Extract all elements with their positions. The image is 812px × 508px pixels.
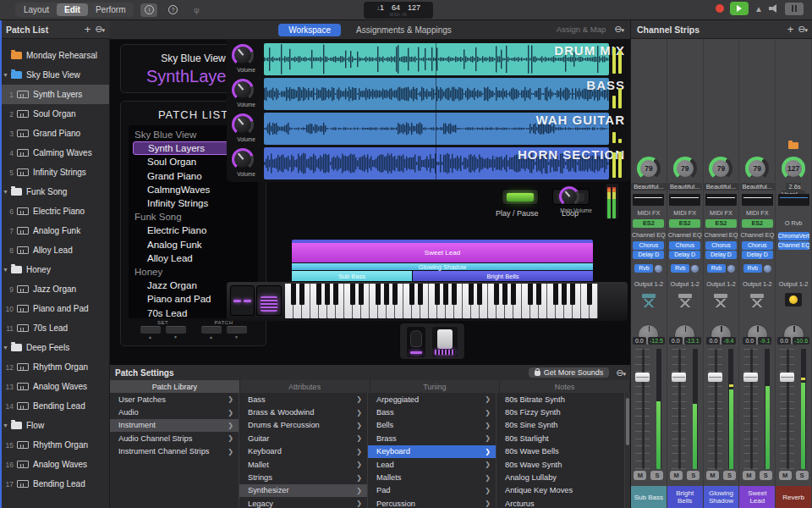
- add-patch-button[interactable]: +: [80, 25, 96, 35]
- strip-name-label[interactable]: Sub Bass: [631, 486, 667, 508]
- black-key[interactable]: [553, 284, 558, 305]
- output-slot[interactable]: Output 1-2: [667, 280, 703, 288]
- channel-eq-slot[interactable]: Channel EQ: [739, 231, 775, 239]
- gain-knob[interactable]: 127: [782, 157, 805, 180]
- assign-map-button[interactable]: Assign & Map: [557, 25, 606, 34]
- black-key[interactable]: [562, 284, 567, 305]
- library-item-80s-bitrate-synth[interactable]: 80s Bitrate Synth: [497, 393, 624, 406]
- main-volume-knob[interactable]: [559, 186, 593, 207]
- main-volume[interactable]: [559, 186, 593, 207]
- library-item-brass-woodwind[interactable]: Brass & Woodwind❯: [239, 406, 367, 418]
- mute-button[interactable]: M: [706, 471, 719, 480]
- fader-cap[interactable]: [743, 373, 758, 382]
- tab-tuning[interactable]: Tuning: [370, 380, 501, 393]
- patch-row-alloy-lead[interactable]: 8Alloy Lead: [0, 240, 109, 260]
- black-key[interactable]: [418, 284, 423, 305]
- track-volume-knob[interactable]: Volume: [232, 44, 261, 73]
- library-item-80s-wave-synth[interactable]: 80s Wave Synth: [497, 458, 624, 471]
- set-row-monday-rehearsal[interactable]: Monday Rehearsal: [0, 46, 109, 65]
- set-row-sky-blue-view[interactable]: ▼Sky Blue View: [0, 65, 109, 85]
- screen-item-electric-piano[interactable]: Electric Piano: [129, 224, 258, 237]
- fader-cap[interactable]: [780, 373, 794, 382]
- black-key[interactable]: [587, 284, 592, 305]
- metronome-icon[interactable]: ▲: [754, 4, 763, 14]
- pitch-mod-wheels[interactable]: [230, 285, 255, 316]
- tab-attributes[interactable]: Attributes: [240, 380, 370, 393]
- instrument-slot[interactable]: ES2: [742, 219, 773, 228]
- black-key[interactable]: [477, 284, 482, 305]
- patch-row-grand-piano[interactable]: 3Grand Piano: [0, 124, 109, 143]
- mode-button-edit[interactable]: Edit: [57, 3, 88, 16]
- black-key[interactable]: [409, 284, 414, 305]
- audio-fx-slot[interactable]: ChromaVerb: [778, 232, 809, 240]
- gain-knob[interactable]: 79: [709, 157, 732, 180]
- library-item-keyboard[interactable]: Keyboard❯: [239, 445, 367, 458]
- send-slot[interactable]: Rvb: [631, 264, 667, 273]
- patch-row-calming-waves[interactable]: 4Calming Waves: [0, 143, 109, 163]
- midi-fx-slot[interactable]: MIDI FX: [704, 209, 739, 217]
- instrument-slot[interactable]: ES2: [633, 219, 664, 228]
- channel-eq-slot[interactable]: Channel EQ: [631, 231, 667, 239]
- track-volume-knob-dial[interactable]: [232, 148, 254, 170]
- screen-item-alloy-lead[interactable]: Alloy Lead: [129, 251, 258, 265]
- library-item-instrument[interactable]: Instrument❯: [110, 419, 239, 432]
- info-button[interactable]: i: [140, 3, 157, 17]
- library-item-legacy[interactable]: Legacy❯: [239, 497, 367, 508]
- patch-row-jazz-organ[interactable]: 9Jazz Organ: [0, 279, 109, 299]
- sustain-pedal[interactable]: [432, 327, 458, 357]
- solo-button[interactable]: S: [687, 471, 700, 480]
- library-item-80s-fizzy-synth[interactable]: 80s Fizzy Synth: [497, 406, 624, 418]
- channel-strips-action-menu[interactable]: ⊖▾: [798, 24, 807, 35]
- eq-thumbnail[interactable]: [742, 194, 773, 206]
- tab-patch-library[interactable]: Patch Library: [110, 380, 240, 393]
- layer-glowing-shadow[interactable]: Glowing Shadow: [292, 263, 593, 270]
- library-item-percussion[interactable]: Percussion❯: [368, 497, 496, 508]
- audio-fx-slot[interactable]: Chorus: [633, 241, 664, 250]
- add-channel-strip-button[interactable]: +: [783, 25, 798, 35]
- patch-row-soul-organ[interactable]: 2Soul Organ: [0, 104, 109, 124]
- send-slot[interactable]: Rvb: [667, 264, 703, 273]
- patch-row-70s-lead[interactable]: 1170s Lead: [0, 318, 109, 338]
- strip-name-label[interactable]: Bright Bells: [667, 486, 703, 508]
- help-button[interactable]: ?: [164, 3, 181, 17]
- set-row-honey[interactable]: ▼Honey: [0, 260, 109, 279]
- library-item-bass[interactable]: Bass❯: [239, 393, 367, 406]
- library-item-user-patches[interactable]: User Patches❯: [110, 393, 239, 406]
- mute-button[interactable]: M: [634, 471, 646, 480]
- instrument-slot[interactable]: ES2: [669, 219, 700, 228]
- library-item-strings[interactable]: Strings❯: [239, 471, 367, 483]
- audio-fx-slot[interactable]: Delay D: [705, 251, 737, 259]
- channel-eq-slot[interactable]: Channel EQ: [704, 231, 739, 239]
- midi-fx-slot[interactable]: MIDI FX: [631, 209, 667, 217]
- record-button[interactable]: [716, 4, 724, 13]
- tab-notes[interactable]: Notes: [500, 380, 630, 393]
- black-key[interactable]: [494, 284, 499, 305]
- track-volume-knob-dial[interactable]: [232, 113, 254, 135]
- send-slot[interactable]: Rvb: [704, 264, 739, 273]
- library-item-80s-sine-synth[interactable]: 80s Sine Synth: [497, 419, 624, 432]
- patch-row-rhythm-organ[interactable]: 15Rhythm Organ: [0, 435, 109, 455]
- patch-row-electric-piano[interactable]: 6Electric Piano: [0, 202, 109, 221]
- mute-button[interactable]: M: [670, 471, 683, 480]
- patch-down-button[interactable]: [227, 326, 247, 334]
- patch-up-button[interactable]: [201, 326, 222, 334]
- output-slot[interactable]: Output 1-2: [704, 280, 739, 288]
- speaker-icon[interactable]: [769, 4, 779, 13]
- library-item-mallet[interactable]: Mallet❯: [239, 458, 367, 471]
- audio-fx-slot[interactable]: Chorus: [705, 241, 737, 250]
- black-key[interactable]: [570, 284, 575, 305]
- library-item-80s-wave-bells[interactable]: 80s Wave Bells: [497, 445, 624, 458]
- onscreen-keyboard[interactable]: [227, 282, 628, 321]
- library-item-pad[interactable]: Pad❯: [368, 484, 496, 497]
- black-key[interactable]: [325, 284, 330, 305]
- tab-workspace[interactable]: Workspace: [278, 24, 341, 36]
- layer-sub-bass[interactable]: Sub Bass: [292, 271, 412, 281]
- get-more-sounds-button[interactable]: Get More Sounds: [529, 367, 610, 378]
- audio-fx-slot[interactable]: Delay D: [669, 251, 700, 259]
- channel-strips-panel-toggle[interactable]: [785, 3, 804, 15]
- patch-row-rhythm-organ[interactable]: 12Rhythm Organ: [0, 357, 109, 377]
- patch-row-bending-lead[interactable]: 14Bending Lead: [0, 396, 109, 416]
- library-item-audio[interactable]: Audio❯: [110, 406, 239, 418]
- patch-settings-action-menu[interactable]: ⊖▾: [616, 367, 625, 378]
- black-key[interactable]: [333, 284, 338, 305]
